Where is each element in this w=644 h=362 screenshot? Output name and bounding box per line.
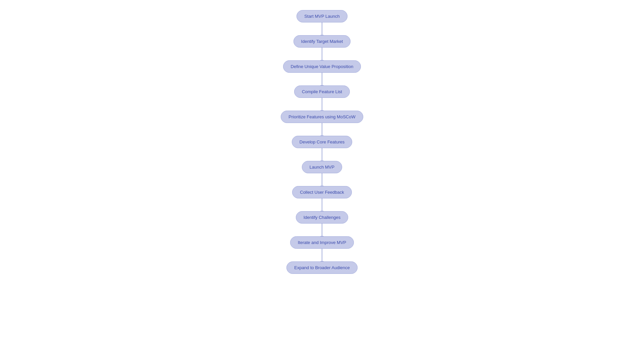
iterate-improve-mvp[interactable]: Iterate and Improve MVP	[290, 236, 354, 249]
develop-core-features[interactable]: Develop Core Features	[292, 136, 352, 148]
flow-connector-1	[322, 48, 322, 60]
flow-connector-5	[322, 148, 322, 161]
define-unique-value[interactable]: Define Unique Value Proposition	[283, 60, 361, 73]
flow-connector-8	[322, 224, 322, 236]
flow-connector-9	[322, 249, 322, 261]
flow-connector-3	[322, 98, 322, 111]
flowchart: Start MVP LaunchIdentify Target MarketDe…	[281, 0, 363, 287]
flow-connector-0	[322, 22, 322, 35]
flow-connector-2	[322, 73, 322, 85]
expand-broader-audience[interactable]: Expand to Broader Audience	[286, 261, 358, 274]
identify-target-market[interactable]: Identify Target Market	[293, 35, 351, 48]
launch-mvp[interactable]: Launch MVP	[302, 161, 342, 173]
prioritize-features[interactable]: Prioritize Features using MoSCoW	[281, 111, 363, 123]
start-mvp-launch[interactable]: Start MVP Launch	[297, 10, 347, 22]
collect-user-feedback[interactable]: Collect User Feedback	[292, 186, 352, 198]
flow-connector-4	[322, 123, 322, 136]
identify-challenges[interactable]: Identify Challenges	[296, 211, 348, 224]
flow-connector-7	[322, 198, 322, 211]
compile-feature-list[interactable]: Compile Feature List	[294, 85, 350, 98]
flow-connector-6	[322, 173, 322, 186]
